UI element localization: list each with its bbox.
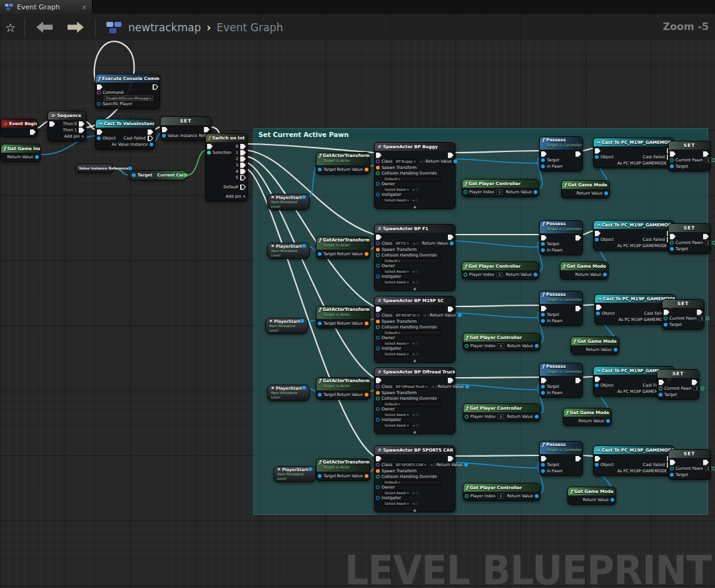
get-game-mode-5-pin-return-value[interactable] <box>611 498 614 502</box>
set-current-pawn-5-pin-pin[interactable] <box>703 460 709 465</box>
spawnactor-bp-offroad-truck-collapse-arrow-icon[interactable]: ▲ <box>375 429 455 433</box>
set-current-pawn-3-widget-current-pawn[interactable]: 0 <box>699 316 706 321</box>
set-current-pawn-3-pin-current-pawn[interactable] <box>664 317 667 320</box>
spawnactor-bp-buggy-pin-class[interactable] <box>376 160 380 163</box>
set-current-pawn-1[interactable]: SETCurrent Pawn1Target <box>668 141 711 171</box>
spawnactor-bp-sports-car-pin-owner[interactable] <box>376 485 380 489</box>
get-actor-transform-3[interactable]: ƒGetActorTransformTarget is ActorTargetR… <box>316 306 370 328</box>
get-player-controller-4[interactable]: ƒGet Player ControllerPlayer Index0Retur… <box>463 403 540 422</box>
get-game-mode-3-pin-return-value[interactable] <box>614 348 617 352</box>
set-current-pawn-2-widget-current-pawn[interactable]: 1 <box>705 240 712 245</box>
switch-on-int-pin-3[interactable] <box>240 163 246 168</box>
possess-2-pin-target[interactable] <box>541 242 545 246</box>
spawnactor-bp-offroad-truck-pin-class[interactable] <box>376 385 380 388</box>
get-actor-transform-1-pin-target[interactable] <box>318 168 322 171</box>
spawnactor-bp-m19p-sc-pin-class[interactable] <box>376 313 380 317</box>
cast-to-valueinstance-pin-pin[interactable] <box>97 129 103 135</box>
spawnactor-bp-m19p-sc-pin-owner[interactable] <box>376 336 380 340</box>
set-value-instance-reference[interactable]: SETValue Instance Reference <box>160 116 211 141</box>
spawnactor-bp-f1-widget-instigator[interactable]: Select Asset▾ <box>383 280 410 285</box>
spawnactor-bp-sports-car-pin-class[interactable] <box>376 463 380 467</box>
set-current-pawn-5-pin-target[interactable] <box>670 473 674 477</box>
set-current-pawn-1-pin-pin[interactable] <box>712 158 715 162</box>
cast-to-pc-m19p-gamemode-2[interactable]: ↣Cast To PC_M19P_GAMEMODEObjectCast Fail… <box>593 220 674 251</box>
get-player-controller-1-widget-player-index[interactable]: 0 <box>496 190 503 195</box>
spawnactor-bp-buggy-pin-collision-handling-override[interactable] <box>376 171 380 175</box>
spawnactor-bp-m19p-sc-pin-collision-handling-override[interactable] <box>376 325 380 329</box>
current-car-pin-in[interactable] <box>132 173 136 177</box>
forward-arrow-icon[interactable] <box>68 22 84 33</box>
spawnactor-bp-m19p-sc-pin-pin[interactable] <box>448 307 454 312</box>
spawnactor-bp-m19p-sc-widget-owner[interactable]: Select Asset▾ <box>383 341 410 346</box>
possess-2[interactable]: ƒPossessTarget is Controller▤TargetIn Pa… <box>539 220 583 255</box>
possess-5-pin-pin[interactable] <box>576 456 581 462</box>
set-current-pawn-3-pin-target[interactable] <box>664 323 667 327</box>
spawnactor-bp-m19p-sc-widget-class[interactable]: BP M19P SC▾ <box>394 313 422 318</box>
spawnactor-bp-buggy-pin-pin[interactable] <box>376 153 382 158</box>
get-game-mode-1-pin-return-value[interactable] <box>604 191 608 195</box>
get-game-mode-4-pin-return-value[interactable] <box>606 419 610 423</box>
set-current-pawn-2[interactable]: SETCurrent Pawn1Target <box>668 223 711 254</box>
spawnactor-bp-f1-widget-owner[interactable]: Select Asset▾ <box>383 269 410 274</box>
set-current-pawn-2-pin-pin[interactable] <box>712 241 715 245</box>
get-actor-transform-4-pin-target[interactable] <box>318 393 322 397</box>
get-actor-transform-2-pin-target[interactable] <box>318 252 322 256</box>
possess-1[interactable]: ƒPossessTarget is Controller▤TargetIn Pa… <box>539 136 583 171</box>
tab-close-icon[interactable]: × <box>82 4 87 11</box>
spawnactor-bp-f1-pin-spawn-transform[interactable] <box>376 248 380 251</box>
possess-2-pin-pin[interactable] <box>541 235 547 241</box>
set-current-pawn-4-pin-pin[interactable] <box>659 380 664 385</box>
get-game-mode-3[interactable]: ƒGet Game ModeReturn Value <box>570 337 619 355</box>
breadcrumb-root[interactable]: newtrackmap <box>128 21 201 34</box>
cast-to-valueinstance-pin-pin[interactable] <box>148 129 153 135</box>
cast-to-pc-m19p-gamemode-1[interactable]: ↣Cast To PC_M19P_GAMEMODEObjectCast Fail… <box>593 138 674 168</box>
breadcrumb-current[interactable]: Event Graph <box>216 21 283 34</box>
spawnactor-bp-buggy-pin-owner[interactable] <box>376 182 380 186</box>
cast-to-valueinstance[interactable]: ↣Cast To ValueInstanceObjectCast FailedA… <box>95 119 155 150</box>
spawnactor-bp-buggy-pin-spawn-transform[interactable] <box>376 166 380 170</box>
sequence-pin-pin[interactable] <box>49 121 55 127</box>
get-player-controller-2-widget-player-index[interactable]: 0 <box>496 272 503 277</box>
set-value-instance-reference-pin-pin[interactable] <box>204 127 210 133</box>
get-player-controller-4-pin-player-index[interactable] <box>465 415 469 418</box>
possess-3-pin-pin[interactable] <box>576 306 581 312</box>
set-current-pawn-5[interactable]: SETCurrent Pawn1Target <box>668 449 711 480</box>
cast-to-pc-m19p-gamemode-5-pin-object[interactable] <box>595 463 599 467</box>
spawnactor-bp-buggy-widget-class[interactable]: BP Buggy▾ <box>394 159 417 164</box>
possess-1-pin-pin[interactable] <box>541 151 547 157</box>
spawnactor-bp-offroad-truck-widget-instigator[interactable]: Select Asset▾ <box>383 423 410 428</box>
cast-to-pc-m19p-gamemode-2-pin-pin[interactable] <box>595 231 601 236</box>
possess-1-pin-target[interactable] <box>541 158 545 162</box>
spawnactor-bp-offroad-truck-pin-pin[interactable] <box>448 378 454 383</box>
spawnactor-bp-sports-car-widget-instigator[interactable]: Select Asset▾ <box>383 501 410 506</box>
spawnactor-bp-f1-widget-collision-handling-override[interactable]: Default▾ <box>383 258 442 263</box>
switch-on-int-pin-pin[interactable] <box>207 144 213 150</box>
switch-on-int-pin-1[interactable] <box>240 150 246 156</box>
spawnactor-bp-m19p-sc-pin-pin[interactable] <box>376 307 382 312</box>
get-player-controller-4-widget-player-index[interactable]: 0 <box>497 414 504 419</box>
switch-on-int-pin-default[interactable] <box>240 185 246 190</box>
spawnactor-bp-sports-car-pin-spawn-transform[interactable] <box>376 469 380 473</box>
spawnactor-bp-buggy-collapse-arrow-icon[interactable]: ▲ <box>375 204 455 208</box>
get-game-mode-2[interactable]: ƒGet Game ModeReturn Value <box>560 261 609 280</box>
spawnactor-bp-buggy-pin-pin[interactable] <box>448 153 454 158</box>
get-actor-transform-3-pin-return-value[interactable] <box>365 322 368 325</box>
event-beginplay[interactable]: ◇Event BeginPlay <box>1 119 38 137</box>
set-current-pawn-3-pin-pin[interactable] <box>706 317 709 320</box>
cast-to-pc-m19p-gamemode-1-pin-object[interactable] <box>595 155 599 159</box>
event-beginplay-pin-pin[interactable] <box>30 129 36 135</box>
get-player-controller-5-pin-player-index[interactable] <box>465 494 469 498</box>
possess-4-pin-pin[interactable] <box>541 378 547 383</box>
set-current-pawn-3-pin-pin[interactable] <box>697 310 702 315</box>
get-player-controller-1-pin-player-index[interactable] <box>464 190 467 194</box>
spawnactor-bp-offroad-truck-pin-collision-handling-override[interactable] <box>376 397 380 400</box>
switch-on-int-pin-5[interactable] <box>240 175 246 181</box>
possess-1-pin-in-pawn[interactable] <box>541 165 545 168</box>
switch-on-int-pin-4[interactable] <box>240 169 246 175</box>
get-game-mode-2-pin-return-value[interactable] <box>603 273 607 276</box>
spawnactor-bp-sports-car[interactable]: ⚙SpawnActor BP SPORTS CARClassBP SPORTS … <box>374 445 455 512</box>
execute-console-command[interactable]: ƒExecute Console CommandCommandDisableAl… <box>95 74 160 109</box>
spawnactor-bp-f1-pin-pin[interactable] <box>376 235 382 240</box>
get-player-controller-5-pin-return-value[interactable] <box>535 494 539 498</box>
spawnactor-bp-buggy-widget-instigator[interactable]: Select Asset▾ <box>383 198 410 203</box>
